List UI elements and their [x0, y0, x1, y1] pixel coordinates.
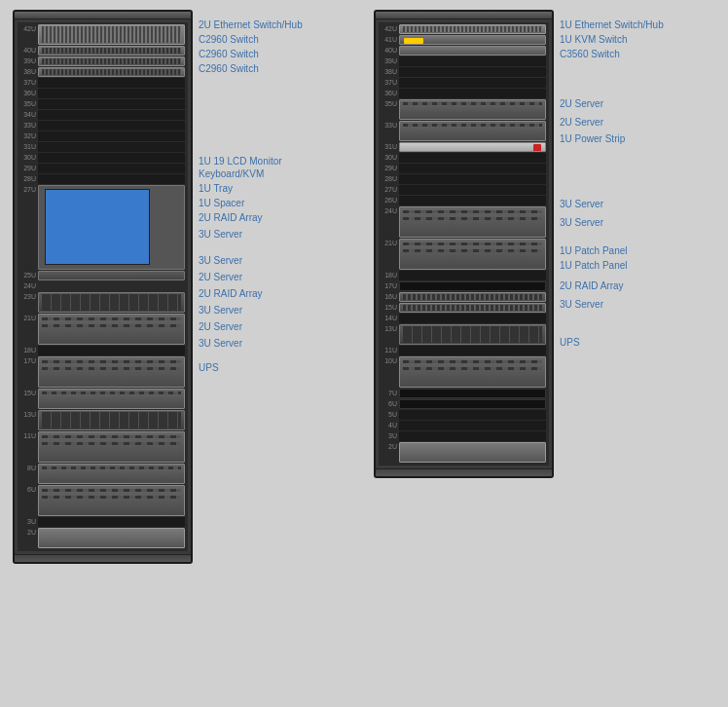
slot-27-right: 27U — [382, 185, 546, 195]
server-2u-2-left — [38, 464, 185, 484]
label-lcd-left: 1U 19 LCD MonitorKeyboard/KVM — [199, 155, 354, 180]
label-patch2-right: 1U Patch Panel — [560, 259, 715, 272]
page-container: 42U 40U 39U 38U 37U — [13, 10, 715, 564]
slot-6-right: 6U — [382, 399, 546, 409]
raid-2u-1-left — [38, 292, 185, 313]
right-rack: 42U 41U 40U 39U — [374, 10, 554, 478]
label-raid2-left: 2U RAID Array — [199, 287, 354, 300]
slot-23-raid: 23U — [20, 292, 185, 313]
ups-right — [399, 442, 546, 463]
slot-18: 18U — [20, 346, 185, 355]
label-eth-switch-right: 1U Ethernet Switch/Hub — [560, 19, 715, 31]
slot-6-server: 6U — [20, 485, 185, 516]
server-2u-2-right — [399, 121, 546, 141]
label-server5-left: 2U Server — [199, 320, 354, 333]
right-rack-wrapper: 42U 41U 40U 39U — [374, 10, 715, 478]
label-ups-left: UPS — [199, 361, 354, 374]
slot-38-right: 38U — [382, 67, 546, 77]
slot-11-right: 11U — [382, 346, 546, 355]
label-server3-left: 2U Server — [199, 271, 354, 283]
slot-30: 30U — [20, 153, 185, 163]
slot-2-ups: 2U — [20, 528, 185, 548]
slot-21-server: 21U — [20, 314, 185, 345]
slot-37-right: 37U — [382, 78, 546, 88]
raid-2u-right — [399, 324, 546, 345]
label-c2960-2: C2960 Switch — [199, 48, 354, 60]
slot-13-right: 13U — [382, 324, 546, 345]
server-3u-2-right — [399, 239, 546, 270]
slot-10-server: 10U — [382, 356, 546, 388]
slot-17-right: 17U — [382, 281, 546, 291]
slot-13-raid: 13U — [20, 410, 185, 430]
slot-33-server: 33U — [382, 121, 546, 141]
label-server3-right: 3U Server — [560, 198, 715, 210]
slot-5-right: 5U — [382, 410, 546, 420]
label-patch1-right: 1U Patch Panel — [560, 244, 715, 257]
slot-17-server: 17U — [20, 356, 185, 388]
slot-29: 29U — [20, 164, 185, 173]
server-3u-1-right — [399, 206, 546, 238]
c2960-3-left — [38, 67, 185, 77]
label-server4-left: 3U Server — [199, 304, 354, 316]
left-rack-wrapper: 42U 40U 39U 38U 37U — [13, 10, 354, 564]
slot-38: 38U — [20, 67, 185, 77]
server-3u-4-left — [38, 485, 185, 516]
slot-36-right: 36U — [382, 89, 546, 98]
spacer-1u-left — [38, 281, 185, 291]
slot-27-lcd: 27U — [20, 185, 185, 270]
label-spacer-left: 1U Spacer — [199, 197, 354, 209]
c2960-2-left — [38, 56, 185, 66]
left-rack-labels: 2U Ethernet Switch/Hub C2960 Switch C296… — [199, 10, 354, 376]
server-3u-1-left — [38, 314, 185, 345]
slot-35: 35U — [20, 99, 185, 109]
slot-39-right: 39U — [382, 56, 546, 66]
slot-24: 24U — [20, 281, 185, 291]
slot-29-right: 29U — [382, 164, 546, 173]
label-server5-right: 3U Server — [560, 298, 715, 311]
label-server1-right: 2U Server — [560, 97, 715, 110]
slot-11-server: 11U — [20, 431, 185, 463]
left-rack: 42U 40U 39U 38U 37U — [13, 10, 193, 564]
slot-35-server: 35U — [382, 99, 546, 120]
label-raid1-left: 2U RAID Array — [199, 211, 354, 224]
slot-15-patch: 15U — [382, 303, 546, 313]
eth-switch-2u-left — [38, 24, 185, 45]
label-eth-switch-left: 2U Ethernet Switch/Hub — [199, 19, 354, 31]
patch-panel-2-right — [399, 303, 546, 313]
slot-36: 36U — [20, 89, 185, 98]
slot-18-right: 18U — [382, 271, 546, 280]
slot-39: 39U — [20, 56, 185, 66]
server-2u-1-right — [399, 99, 546, 120]
label-kvm-right: 1U KVM Switch — [560, 33, 715, 46]
patch-panel-1-right — [399, 292, 546, 302]
slot-25: 25U — [20, 271, 185, 280]
slot-40-right: 40U — [382, 46, 546, 56]
slot-14-right: 14U — [382, 314, 546, 323]
right-rack-labels: 1U Ethernet Switch/Hub 1U KVM Switch C35… — [560, 10, 715, 351]
slot-3-right: 3U — [382, 431, 546, 441]
label-power-strip-right: 1U Power Strip — [560, 132, 715, 145]
slot-28: 28U — [20, 174, 185, 184]
slot-42-right: 42U — [382, 24, 546, 34]
server-3u-3-right — [399, 356, 546, 388]
slot-31: 31U — [20, 142, 185, 152]
slot-16-patch: 16U — [382, 292, 546, 302]
slot-3: 3U — [20, 517, 185, 527]
c3560-right — [399, 46, 546, 56]
slot-32: 32U — [20, 131, 185, 141]
slot-30-right: 30U — [382, 153, 546, 163]
label-c2960-3: C2960 Switch — [199, 62, 354, 75]
server-3u-3-left — [38, 431, 185, 463]
server-2u-1-left — [38, 389, 185, 409]
c2960-1-left — [38, 46, 185, 56]
slot-24-server: 24U — [382, 206, 546, 238]
label-c3560-right: C3560 Switch — [560, 48, 715, 60]
slot-15-server: 15U — [20, 389, 185, 409]
slot-41-right: 41U — [382, 35, 546, 45]
raid-2u-2-left — [38, 410, 185, 430]
slot-37: 37U — [20, 78, 185, 88]
kvm-switch-right — [399, 35, 546, 45]
label-raid-right: 2U RAID Array — [560, 279, 715, 292]
slot-31-right: 31U — [382, 142, 546, 152]
slot-28-right: 28U — [382, 174, 546, 184]
